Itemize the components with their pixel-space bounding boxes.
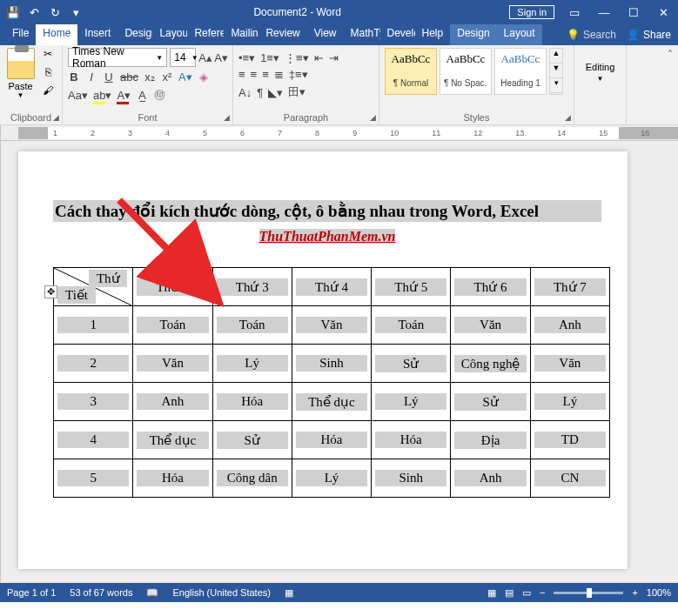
font-launcher-icon[interactable]: ◢ bbox=[224, 113, 230, 122]
view-read-icon[interactable]: ▦ bbox=[487, 587, 496, 599]
decrease-indent-icon[interactable]: ⇤ bbox=[314, 51, 324, 64]
page[interactable]: Cách thay đổi kích thước dòng, cột, ô bằ… bbox=[18, 151, 628, 569]
bullets-icon[interactable]: •≡▾ bbox=[238, 51, 255, 64]
sort-icon[interactable]: A↓ bbox=[238, 86, 252, 99]
qat-customize-icon[interactable]: ▾ bbox=[66, 3, 85, 22]
font-color-icon[interactable]: A▾ bbox=[117, 89, 131, 102]
tab-developer[interactable]: Developer bbox=[380, 24, 415, 45]
tab-table-design[interactable]: Design bbox=[450, 24, 496, 45]
view-print-icon[interactable]: ▤ bbox=[505, 587, 514, 599]
paragraph-launcher-icon[interactable]: ◢ bbox=[370, 113, 376, 122]
tab-references[interactable]: References bbox=[187, 24, 224, 45]
clear-format-icon[interactable]: ◈ bbox=[198, 70, 210, 84]
clipboard-launcher-icon[interactable]: ◢ bbox=[53, 113, 59, 122]
superscript-button[interactable]: x² bbox=[161, 70, 173, 84]
share-icon: 👤 bbox=[627, 29, 640, 41]
group-styles: Styles bbox=[385, 110, 568, 123]
svg-line-0 bbox=[119, 200, 210, 292]
tab-view[interactable]: View bbox=[307, 24, 344, 45]
tab-insert[interactable]: Insert bbox=[77, 24, 117, 45]
status-words[interactable]: 53 of 67 words bbox=[70, 587, 132, 598]
multilevel-icon[interactable]: ⋮≡▾ bbox=[285, 51, 309, 64]
minimize-icon[interactable]: — bbox=[593, 6, 615, 19]
ribbon: Paste ▼ ✂ ⎘ 🖌 Clipboard ◢ Times New Roma… bbox=[0, 45, 678, 125]
tab-help[interactable]: Help bbox=[415, 24, 451, 45]
tab-file[interactable]: File bbox=[5, 24, 36, 45]
table-row: 2VănLýSinhSửCông nghệVăn bbox=[54, 345, 610, 383]
show-marks-icon[interactable]: ¶ bbox=[257, 86, 263, 99]
styles-launcher-icon[interactable]: ◢ bbox=[565, 113, 571, 122]
status-page[interactable]: Page 1 of 1 bbox=[7, 587, 56, 598]
tell-me-search[interactable]: 💡Search bbox=[567, 29, 616, 41]
borders-icon[interactable]: 田▾ bbox=[288, 84, 305, 100]
close-icon[interactable]: ✕ bbox=[652, 6, 675, 19]
undo-icon[interactable]: ↶ bbox=[24, 3, 44, 22]
zoom-out-icon[interactable]: − bbox=[540, 587, 545, 598]
arrow-annotation-icon bbox=[114, 195, 236, 308]
window-title: Document2 - Word bbox=[85, 6, 509, 18]
zoom-level[interactable]: 100% bbox=[647, 587, 671, 598]
document-area[interactable]: Cách thay đổi kích thước dòng, cột, ô bằ… bbox=[1, 141, 678, 583]
style-no-spacing[interactable]: AaBbCc ¶ No Spac... bbox=[440, 48, 492, 95]
tab-mailings[interactable]: Mailings bbox=[224, 24, 258, 45]
paste-button[interactable]: Paste ▼ bbox=[5, 48, 36, 100]
horizontal-ruler[interactable]: 1234567891011121314151617 bbox=[1, 125, 678, 141]
change-case-icon[interactable]: Aa▾ bbox=[68, 89, 88, 102]
style-normal[interactable]: AaBbCc ¶ Normal bbox=[385, 48, 437, 95]
cut-icon[interactable]: ✂ bbox=[39, 48, 57, 64]
collapse-ribbon-icon[interactable]: ˄ bbox=[662, 45, 678, 124]
redo-icon[interactable]: ↻ bbox=[45, 3, 64, 22]
format-painter-icon[interactable]: 🖌 bbox=[39, 84, 57, 100]
table-row: 3AnhHóaThể dụcLýSửLý bbox=[54, 383, 610, 421]
tab-home[interactable]: Home bbox=[36, 24, 77, 45]
zoom-slider[interactable] bbox=[554, 592, 623, 594]
align-right-icon[interactable]: ≡ bbox=[262, 68, 269, 81]
justify-icon[interactable]: ≣ bbox=[274, 68, 284, 81]
line-spacing-icon[interactable]: ‡≡▾ bbox=[289, 68, 308, 81]
numbering-icon[interactable]: 1≡▾ bbox=[260, 51, 279, 64]
shading-icon[interactable]: ◣▾ bbox=[268, 86, 283, 99]
save-icon[interactable]: 💾 bbox=[3, 3, 23, 22]
text-effects-icon[interactable]: A▾ bbox=[178, 70, 192, 84]
group-paragraph: Paragraph bbox=[238, 110, 373, 123]
ribbon-options-icon[interactable]: ▭ bbox=[563, 6, 586, 19]
tab-layout[interactable]: Layout bbox=[152, 24, 187, 45]
bold-button[interactable]: B bbox=[68, 70, 80, 84]
styles-gallery-scroll[interactable]: ▲▼▾ bbox=[549, 48, 563, 95]
tab-review[interactable]: Review bbox=[258, 24, 306, 45]
grow-font-icon[interactable]: A▴ bbox=[198, 51, 211, 64]
strikethrough-button[interactable]: abc bbox=[120, 70, 138, 84]
share-button[interactable]: 👤Share bbox=[627, 29, 671, 41]
status-macro-icon[interactable]: ▦ bbox=[285, 587, 293, 599]
tab-mathtype[interactable]: MathType bbox=[344, 24, 380, 45]
sign-in-button[interactable]: Sign in bbox=[509, 5, 554, 19]
underline-button[interactable]: U bbox=[103, 70, 115, 84]
zoom-in-icon[interactable]: + bbox=[632, 587, 637, 598]
table-row: 4Thể dụcSửHóaHóaĐịaTD bbox=[54, 421, 610, 459]
tab-table-layout[interactable]: Layout bbox=[497, 24, 542, 45]
shrink-font-icon[interactable]: A▾ bbox=[214, 51, 227, 64]
editing-dropdown[interactable]: Editing▼ bbox=[580, 48, 621, 83]
enclose-icon[interactable]: ㊞ bbox=[153, 87, 165, 103]
titlebar: 💾 ↶ ↻ ▾ Document2 - Word Sign in ▭ — ☐ ✕ bbox=[0, 0, 678, 24]
bulb-icon: 💡 bbox=[567, 29, 580, 41]
italic-button[interactable]: I bbox=[85, 70, 97, 84]
copy-icon[interactable]: ⎘ bbox=[39, 66, 57, 82]
tab-design[interactable]: Design bbox=[117, 24, 152, 45]
group-font: Font bbox=[68, 110, 227, 123]
status-spellcheck-icon[interactable]: 📖 bbox=[146, 587, 158, 599]
subscript-button[interactable]: x₂ bbox=[144, 70, 156, 84]
view-web-icon[interactable]: ▭ bbox=[522, 587, 531, 599]
style-heading1[interactable]: AaBbCc Heading 1 bbox=[494, 48, 547, 95]
statusbar: Page 1 of 1 53 of 67 words 📖 English (Un… bbox=[0, 583, 678, 602]
font-size-combo[interactable]: 14▼ bbox=[170, 48, 196, 67]
font-name-combo[interactable]: Times New Roman▼ bbox=[68, 48, 167, 67]
maximize-icon[interactable]: ☐ bbox=[622, 6, 645, 19]
highlight-icon[interactable]: ab▾ bbox=[93, 89, 111, 102]
align-left-icon[interactable]: ≡ bbox=[238, 68, 245, 81]
align-center-icon[interactable]: ≡ bbox=[251, 68, 258, 81]
table-row: 1ToánToánVănToánVănAnh bbox=[54, 306, 610, 345]
increase-indent-icon[interactable]: ⇥ bbox=[329, 51, 339, 64]
character-shading-icon[interactable]: A̲ bbox=[136, 89, 148, 102]
status-language[interactable]: English (United States) bbox=[172, 587, 271, 598]
